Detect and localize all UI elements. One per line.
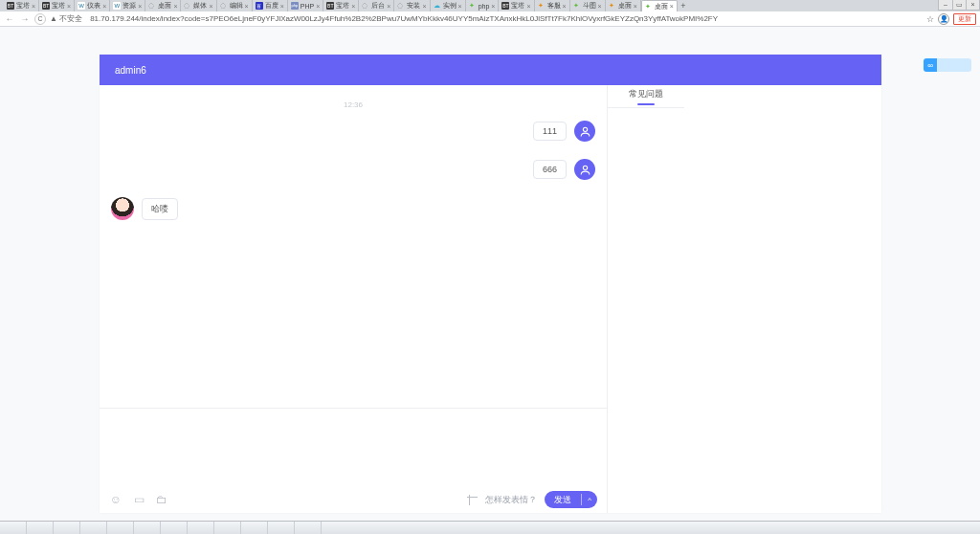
browser-tab[interactable]: ☁实例× xyxy=(431,0,466,11)
browser-tab[interactable]: ✦桌面× xyxy=(606,0,641,11)
browser-tab[interactable]: phpPHP× xyxy=(288,0,324,11)
window-min-button[interactable]: – xyxy=(939,0,952,10)
badge-icon: ∞ xyxy=(924,58,937,72)
tab-close-icon[interactable]: × xyxy=(387,3,390,10)
browser-tab[interactable]: ✦客服× xyxy=(535,0,570,11)
tab-close-icon[interactable]: × xyxy=(245,3,249,10)
tab-close-icon[interactable]: × xyxy=(67,3,71,10)
badge-tail xyxy=(937,58,971,72)
tab-close-icon[interactable]: × xyxy=(32,3,35,10)
tab-close-icon[interactable]: × xyxy=(138,3,142,10)
tab-faq[interactable]: 常见问题 xyxy=(608,85,684,108)
update-button[interactable]: 更新 xyxy=(953,13,976,25)
avatar-user-icon xyxy=(574,121,595,142)
tab-label: 宝塔 xyxy=(511,1,524,11)
tab-close-icon[interactable]: × xyxy=(634,3,637,10)
tab-close-icon[interactable]: × xyxy=(209,3,212,10)
tab-favicon: ☁ xyxy=(434,2,441,10)
tab-label: PHP xyxy=(301,3,314,10)
chat-header: admin6 xyxy=(100,55,881,85)
browser-tab[interactable]: ◌后台× xyxy=(359,0,394,11)
tab-favicon: ◌ xyxy=(362,2,369,10)
tab-label: 宝塔 xyxy=(336,1,349,11)
browser-tab[interactable]: ◌编辑× xyxy=(217,0,253,11)
browser-tab[interactable]: ✦桌面× xyxy=(641,0,678,11)
window-max-button[interactable]: ▭ xyxy=(952,0,966,10)
tab-favicon: php xyxy=(291,2,299,10)
hint-text[interactable]: 怎样发表情？ xyxy=(485,494,537,506)
message-row-outgoing: 666 xyxy=(109,159,597,180)
tab-label: 仪表 xyxy=(87,1,100,11)
tab-favicon: BT xyxy=(326,2,334,10)
tab-close-icon[interactable]: × xyxy=(563,3,567,10)
new-tab-button[interactable]: + xyxy=(678,0,689,11)
tab-close-icon[interactable]: × xyxy=(670,3,674,10)
nav-back-button[interactable]: ← xyxy=(4,13,15,25)
input-toolbar: ☺ ▭ 🗀 怎样发表情？ 发送 ^ xyxy=(100,486,607,513)
tab-close-icon[interactable]: × xyxy=(526,3,530,10)
nav-forward-button[interactable]: → xyxy=(19,13,31,25)
tab-label: 资源 xyxy=(122,1,136,11)
tab-favicon: BT xyxy=(7,2,14,10)
avatar-user-icon xyxy=(574,159,595,180)
send-chevron-icon[interactable]: ^ xyxy=(582,496,597,504)
browser-tab[interactable]: BT宝塔× xyxy=(4,0,39,11)
tab-favicon: ✦ xyxy=(469,2,477,10)
url-input[interactable]: 81.70.179.244/index/index?code=s7PEO6eLj… xyxy=(86,13,923,24)
message-area[interactable]: 12:36 111666哈喽 xyxy=(100,85,607,408)
message-input[interactable] xyxy=(100,409,607,486)
tab-label: 宝塔 xyxy=(16,1,30,11)
window-controls: – ▭ × xyxy=(938,0,980,11)
tab-favicon: ◌ xyxy=(220,2,228,10)
bookmark-star-icon[interactable]: ☆ xyxy=(926,14,934,24)
tab-favicon: ◌ xyxy=(148,2,156,10)
emoji-icon[interactable]: ☺ xyxy=(109,493,122,506)
tab-label: 安装 xyxy=(407,1,420,11)
browser-tab[interactable]: ◌媒体× xyxy=(181,0,216,11)
browser-tab[interactable]: W资源× xyxy=(110,0,145,11)
tab-close-icon[interactable]: × xyxy=(598,3,602,10)
message-row-outgoing: 111 xyxy=(109,121,597,142)
tab-close-icon[interactable]: × xyxy=(491,3,495,10)
browser-tab[interactable]: ✦php× xyxy=(466,0,500,11)
browser-tab[interactable]: ✦斗图× xyxy=(570,0,606,11)
nav-reload-button[interactable]: C xyxy=(34,13,46,25)
tab-label: 后台 xyxy=(371,1,385,11)
browser-tab[interactable]: W仪表× xyxy=(75,0,110,11)
insecure-label: ▲ 不安全 xyxy=(50,13,82,24)
browser-tab[interactable]: BT宝塔× xyxy=(499,0,534,11)
window-close-button[interactable]: × xyxy=(966,0,979,10)
timestamp: 12:36 xyxy=(109,100,597,109)
image-icon[interactable]: ▭ xyxy=(132,493,145,506)
floating-badge[interactable]: ∞ xyxy=(924,58,971,72)
tab-label: 媒体 xyxy=(193,1,207,11)
send-button[interactable]: 发送 ^ xyxy=(545,491,597,508)
message-bubble: 111 xyxy=(533,122,567,141)
tab-close-icon[interactable]: × xyxy=(316,3,320,10)
folder-icon[interactable]: 🗀 xyxy=(155,493,168,506)
faq-column: 常见问题 xyxy=(608,85,881,513)
tab-favicon: ◌ xyxy=(397,2,405,10)
tab-favicon: BT xyxy=(501,2,509,10)
tab-close-icon[interactable]: × xyxy=(351,3,355,10)
browser-tab[interactable]: ◌安装× xyxy=(394,0,430,11)
tab-label: 编辑 xyxy=(230,1,243,11)
tab-favicon: BT xyxy=(42,2,50,10)
tab-favicon: ✦ xyxy=(538,2,546,10)
screenshot-icon[interactable] xyxy=(467,495,478,505)
tab-close-icon[interactable]: × xyxy=(458,3,462,10)
tab-close-icon[interactable]: × xyxy=(102,3,106,10)
browser-tab[interactable]: BT宝塔× xyxy=(323,0,359,11)
message-bubble: 哈喽 xyxy=(142,198,178,220)
browser-tab[interactable]: 百百度× xyxy=(253,0,288,11)
profile-icon[interactable]: 👤 xyxy=(938,13,949,25)
tab-strip: BT宝塔×BT宝塔×W仪表×W资源×◌桌面×◌媒体×◌编辑×百百度×phpPHP… xyxy=(0,0,980,11)
browser-tab[interactable]: BT宝塔× xyxy=(39,0,75,11)
tab-close-icon[interactable]: × xyxy=(280,3,284,10)
tab-favicon: 百 xyxy=(256,2,263,10)
tab-close-icon[interactable]: × xyxy=(422,3,426,10)
browser-tab[interactable]: ◌桌面× xyxy=(145,0,181,11)
tab-label: 实例 xyxy=(443,1,457,11)
chat-column: 12:36 111666哈喽 ☺ ▭ 🗀 怎样发表情 xyxy=(100,85,608,513)
tab-close-icon[interactable]: × xyxy=(173,3,177,10)
